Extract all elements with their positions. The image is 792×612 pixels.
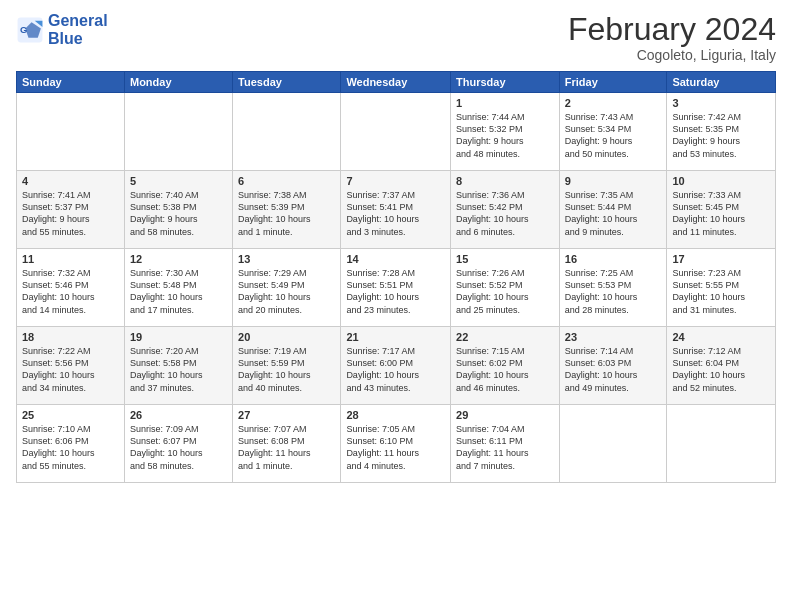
day-info: Sunrise: 7:37 AM Sunset: 5:41 PM Dayligh… bbox=[346, 189, 445, 238]
table-cell: 21Sunrise: 7:17 AM Sunset: 6:00 PM Dayli… bbox=[341, 327, 451, 405]
col-thursday: Thursday bbox=[451, 72, 560, 93]
day-info: Sunrise: 7:12 AM Sunset: 6:04 PM Dayligh… bbox=[672, 345, 770, 394]
col-saturday: Saturday bbox=[667, 72, 776, 93]
table-cell: 6Sunrise: 7:38 AM Sunset: 5:39 PM Daylig… bbox=[233, 171, 341, 249]
table-cell: 5Sunrise: 7:40 AM Sunset: 5:38 PM Daylig… bbox=[124, 171, 232, 249]
col-tuesday: Tuesday bbox=[233, 72, 341, 93]
day-info: Sunrise: 7:07 AM Sunset: 6:08 PM Dayligh… bbox=[238, 423, 335, 472]
day-info: Sunrise: 7:22 AM Sunset: 5:56 PM Dayligh… bbox=[22, 345, 119, 394]
table-cell bbox=[667, 405, 776, 483]
table-cell: 11Sunrise: 7:32 AM Sunset: 5:46 PM Dayli… bbox=[17, 249, 125, 327]
day-info: Sunrise: 7:38 AM Sunset: 5:39 PM Dayligh… bbox=[238, 189, 335, 238]
table-cell: 13Sunrise: 7:29 AM Sunset: 5:49 PM Dayli… bbox=[233, 249, 341, 327]
week-row-3: 11Sunrise: 7:32 AM Sunset: 5:46 PM Dayli… bbox=[17, 249, 776, 327]
day-info: Sunrise: 7:09 AM Sunset: 6:07 PM Dayligh… bbox=[130, 423, 227, 472]
day-number: 12 bbox=[130, 253, 227, 265]
day-info: Sunrise: 7:29 AM Sunset: 5:49 PM Dayligh… bbox=[238, 267, 335, 316]
day-number: 29 bbox=[456, 409, 554, 421]
table-cell bbox=[233, 93, 341, 171]
day-number: 3 bbox=[672, 97, 770, 109]
col-sunday: Sunday bbox=[17, 72, 125, 93]
day-number: 14 bbox=[346, 253, 445, 265]
table-cell: 4Sunrise: 7:41 AM Sunset: 5:37 PM Daylig… bbox=[17, 171, 125, 249]
week-row-5: 25Sunrise: 7:10 AM Sunset: 6:06 PM Dayli… bbox=[17, 405, 776, 483]
table-cell: 17Sunrise: 7:23 AM Sunset: 5:55 PM Dayli… bbox=[667, 249, 776, 327]
day-info: Sunrise: 7:25 AM Sunset: 5:53 PM Dayligh… bbox=[565, 267, 662, 316]
day-info: Sunrise: 7:26 AM Sunset: 5:52 PM Dayligh… bbox=[456, 267, 554, 316]
day-number: 2 bbox=[565, 97, 662, 109]
table-cell: 26Sunrise: 7:09 AM Sunset: 6:07 PM Dayli… bbox=[124, 405, 232, 483]
table-cell: 10Sunrise: 7:33 AM Sunset: 5:45 PM Dayli… bbox=[667, 171, 776, 249]
day-number: 11 bbox=[22, 253, 119, 265]
day-number: 7 bbox=[346, 175, 445, 187]
logo-icon: G bbox=[16, 16, 44, 44]
day-number: 17 bbox=[672, 253, 770, 265]
day-number: 19 bbox=[130, 331, 227, 343]
col-friday: Friday bbox=[559, 72, 667, 93]
day-number: 28 bbox=[346, 409, 445, 421]
table-cell bbox=[17, 93, 125, 171]
location-subtitle: Cogoleto, Liguria, Italy bbox=[568, 47, 776, 63]
table-cell bbox=[341, 93, 451, 171]
month-year-title: February 2024 bbox=[568, 12, 776, 47]
table-cell: 1Sunrise: 7:44 AM Sunset: 5:32 PM Daylig… bbox=[451, 93, 560, 171]
logo: G General Blue bbox=[16, 12, 108, 47]
day-info: Sunrise: 7:35 AM Sunset: 5:44 PM Dayligh… bbox=[565, 189, 662, 238]
day-info: Sunrise: 7:40 AM Sunset: 5:38 PM Dayligh… bbox=[130, 189, 227, 238]
day-info: Sunrise: 7:30 AM Sunset: 5:48 PM Dayligh… bbox=[130, 267, 227, 316]
day-info: Sunrise: 7:23 AM Sunset: 5:55 PM Dayligh… bbox=[672, 267, 770, 316]
day-info: Sunrise: 7:15 AM Sunset: 6:02 PM Dayligh… bbox=[456, 345, 554, 394]
table-cell: 15Sunrise: 7:26 AM Sunset: 5:52 PM Dayli… bbox=[451, 249, 560, 327]
weekday-header-row: Sunday Monday Tuesday Wednesday Thursday… bbox=[17, 72, 776, 93]
day-number: 9 bbox=[565, 175, 662, 187]
day-info: Sunrise: 7:44 AM Sunset: 5:32 PM Dayligh… bbox=[456, 111, 554, 160]
col-wednesday: Wednesday bbox=[341, 72, 451, 93]
table-cell: 2Sunrise: 7:43 AM Sunset: 5:34 PM Daylig… bbox=[559, 93, 667, 171]
header: G General Blue February 2024 Cogoleto, L… bbox=[16, 12, 776, 63]
day-number: 27 bbox=[238, 409, 335, 421]
day-number: 20 bbox=[238, 331, 335, 343]
table-cell: 23Sunrise: 7:14 AM Sunset: 6:03 PM Dayli… bbox=[559, 327, 667, 405]
col-monday: Monday bbox=[124, 72, 232, 93]
day-info: Sunrise: 7:17 AM Sunset: 6:00 PM Dayligh… bbox=[346, 345, 445, 394]
table-cell: 14Sunrise: 7:28 AM Sunset: 5:51 PM Dayli… bbox=[341, 249, 451, 327]
table-cell: 22Sunrise: 7:15 AM Sunset: 6:02 PM Dayli… bbox=[451, 327, 560, 405]
day-info: Sunrise: 7:28 AM Sunset: 5:51 PM Dayligh… bbox=[346, 267, 445, 316]
page: G General Blue February 2024 Cogoleto, L… bbox=[0, 0, 792, 612]
day-info: Sunrise: 7:32 AM Sunset: 5:46 PM Dayligh… bbox=[22, 267, 119, 316]
table-cell: 28Sunrise: 7:05 AM Sunset: 6:10 PM Dayli… bbox=[341, 405, 451, 483]
day-info: Sunrise: 7:10 AM Sunset: 6:06 PM Dayligh… bbox=[22, 423, 119, 472]
table-cell bbox=[559, 405, 667, 483]
day-info: Sunrise: 7:19 AM Sunset: 5:59 PM Dayligh… bbox=[238, 345, 335, 394]
table-cell: 25Sunrise: 7:10 AM Sunset: 6:06 PM Dayli… bbox=[17, 405, 125, 483]
day-number: 10 bbox=[672, 175, 770, 187]
table-cell: 24Sunrise: 7:12 AM Sunset: 6:04 PM Dayli… bbox=[667, 327, 776, 405]
table-cell: 3Sunrise: 7:42 AM Sunset: 5:35 PM Daylig… bbox=[667, 93, 776, 171]
day-info: Sunrise: 7:42 AM Sunset: 5:35 PM Dayligh… bbox=[672, 111, 770, 160]
day-info: Sunrise: 7:04 AM Sunset: 6:11 PM Dayligh… bbox=[456, 423, 554, 472]
table-cell: 12Sunrise: 7:30 AM Sunset: 5:48 PM Dayli… bbox=[124, 249, 232, 327]
day-info: Sunrise: 7:41 AM Sunset: 5:37 PM Dayligh… bbox=[22, 189, 119, 238]
week-row-4: 18Sunrise: 7:22 AM Sunset: 5:56 PM Dayli… bbox=[17, 327, 776, 405]
table-cell: 27Sunrise: 7:07 AM Sunset: 6:08 PM Dayli… bbox=[233, 405, 341, 483]
table-cell: 19Sunrise: 7:20 AM Sunset: 5:58 PM Dayli… bbox=[124, 327, 232, 405]
table-cell: 8Sunrise: 7:36 AM Sunset: 5:42 PM Daylig… bbox=[451, 171, 560, 249]
table-cell: 18Sunrise: 7:22 AM Sunset: 5:56 PM Dayli… bbox=[17, 327, 125, 405]
day-number: 5 bbox=[130, 175, 227, 187]
day-number: 1 bbox=[456, 97, 554, 109]
day-info: Sunrise: 7:14 AM Sunset: 6:03 PM Dayligh… bbox=[565, 345, 662, 394]
day-number: 24 bbox=[672, 331, 770, 343]
table-cell: 7Sunrise: 7:37 AM Sunset: 5:41 PM Daylig… bbox=[341, 171, 451, 249]
day-number: 15 bbox=[456, 253, 554, 265]
week-row-1: 1Sunrise: 7:44 AM Sunset: 5:32 PM Daylig… bbox=[17, 93, 776, 171]
day-number: 13 bbox=[238, 253, 335, 265]
week-row-2: 4Sunrise: 7:41 AM Sunset: 5:37 PM Daylig… bbox=[17, 171, 776, 249]
day-number: 21 bbox=[346, 331, 445, 343]
logo-text: General Blue bbox=[48, 12, 108, 47]
calendar-table: Sunday Monday Tuesday Wednesday Thursday… bbox=[16, 71, 776, 483]
day-number: 8 bbox=[456, 175, 554, 187]
table-cell: 20Sunrise: 7:19 AM Sunset: 5:59 PM Dayli… bbox=[233, 327, 341, 405]
day-number: 25 bbox=[22, 409, 119, 421]
day-info: Sunrise: 7:36 AM Sunset: 5:42 PM Dayligh… bbox=[456, 189, 554, 238]
table-cell: 29Sunrise: 7:04 AM Sunset: 6:11 PM Dayli… bbox=[451, 405, 560, 483]
